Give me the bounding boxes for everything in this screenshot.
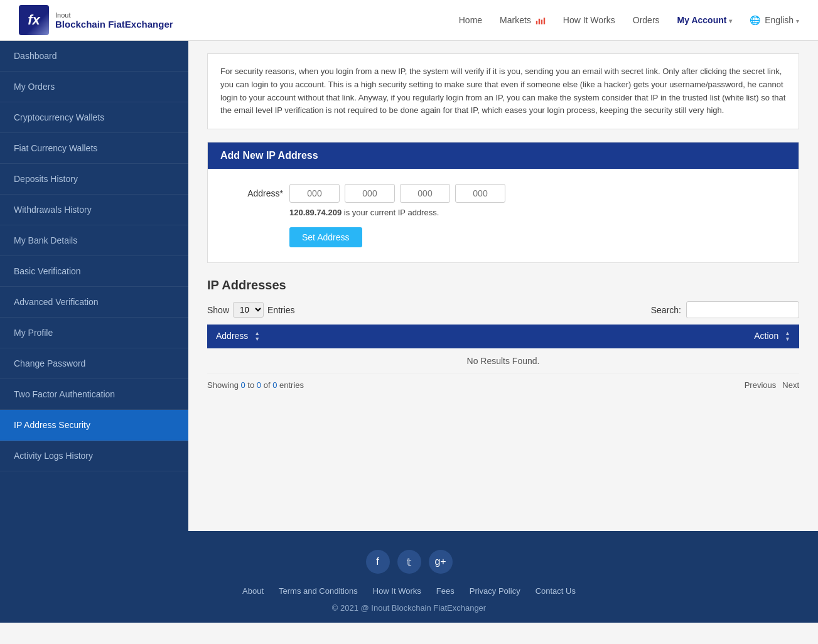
twitter-button[interactable]: 𝕥 — [397, 550, 421, 574]
logo-area: fx Inout Blockchain FiatExchanger — [19, 5, 173, 35]
sidebar-item-basic-verification[interactable]: Basic Verification — [0, 256, 188, 287]
showing-entries-text: Showing 0 to 0 of 0 entries — [207, 380, 304, 390]
sidebar-item-advanced-verification[interactable]: Advanced Verification — [0, 287, 188, 318]
ip-octet-3[interactable] — [400, 184, 450, 203]
show-entries: Show 10 25 50 Entries — [207, 302, 295, 318]
search-box: Search: — [651, 301, 799, 318]
globe-icon: 🌐 — [750, 15, 760, 25]
nav-my-account[interactable]: My Account ▾ — [677, 15, 733, 25]
table-empty-row: No Results Found. — [207, 348, 799, 374]
address-label: Address* — [220, 188, 283, 198]
logo-icon: fx — [19, 5, 49, 35]
sidebar-item-deposits[interactable]: Deposits History — [0, 164, 188, 195]
add-ip-card: Add New IP Address Address* 120.89.74.20… — [207, 142, 799, 263]
ip-octet-1[interactable] — [289, 184, 340, 203]
main-content: For security reasons, when you login fro… — [188, 41, 818, 531]
footer-link-contact[interactable]: Contact Us — [535, 586, 576, 596]
logo-bottom: Blockchain FiatExchanger — [55, 19, 173, 30]
footer-social: f 𝕥 g+ — [13, 550, 805, 574]
ip-table-section: IP Addresses Show 10 25 50 Entries Searc… — [207, 278, 799, 390]
language-arrow: ▾ — [796, 18, 799, 24]
sidebar-item-dashboard[interactable]: Dashboard — [0, 41, 188, 72]
ip-address-row: Address* — [220, 184, 786, 203]
logo-top: Inout — [55, 11, 173, 19]
sidebar-item-my-profile[interactable]: My Profile — [0, 318, 188, 348]
footer-link-privacy[interactable]: Privacy Policy — [470, 586, 520, 596]
sidebar-item-fiat-wallets[interactable]: Fiat Currency Wallets — [0, 133, 188, 164]
footer-link-fees[interactable]: Fees — [436, 586, 455, 596]
sidebar-item-ip-security[interactable]: IP Address Security — [0, 410, 188, 441]
footer-link-about[interactable]: About — [242, 586, 264, 596]
footer-link-terms[interactable]: Terms and Conditions — [279, 586, 358, 596]
ip-inputs — [289, 184, 505, 203]
set-address-button[interactable]: Set Address — [289, 227, 362, 247]
ip-table-title: IP Addresses — [207, 278, 799, 292]
address-sort-icon[interactable]: ▲ ▼ — [254, 331, 260, 342]
sidebar-item-two-factor[interactable]: Two Factor Authentication — [0, 379, 188, 410]
sidebar-item-activity-logs[interactable]: Activity Logs History — [0, 441, 188, 471]
header: fx Inout Blockchain FiatExchanger Home M… — [0, 0, 818, 41]
sidebar: Dashboard My Orders Cryptocurrency Walle… — [0, 41, 188, 531]
current-ip-hint: 120.89.74.209 is your current IP address… — [289, 208, 786, 217]
no-results-text: No Results Found. — [207, 348, 799, 374]
logo-text: Inout Blockchain FiatExchanger — [55, 11, 173, 30]
sidebar-item-bank-details[interactable]: My Bank Details — [0, 225, 188, 256]
page-body: Dashboard My Orders Cryptocurrency Walle… — [0, 41, 818, 531]
table-controls: Show 10 25 50 Entries Search: — [207, 301, 799, 318]
ip-security-description: For security reasons, when you login fro… — [207, 53, 799, 129]
col-address: Address ▲ ▼ — [207, 325, 523, 348]
facebook-button[interactable]: f — [366, 550, 390, 574]
footer: f 𝕥 g+ About Terms and Conditions How It… — [0, 531, 818, 623]
pagination: Previous Next — [745, 380, 799, 390]
google-plus-button[interactable]: g+ — [429, 550, 453, 574]
sidebar-item-change-password[interactable]: Change Password — [0, 348, 188, 379]
svg-rect-1 — [539, 19, 540, 24]
svg-rect-3 — [544, 18, 545, 24]
sidebar-item-withdrawals[interactable]: Withdrawals History — [0, 195, 188, 225]
pagination-previous[interactable]: Previous — [745, 380, 777, 390]
nav-orders[interactable]: Orders — [633, 15, 660, 25]
my-account-arrow: ▾ — [729, 18, 732, 24]
footer-links: About Terms and Conditions How It Works … — [13, 586, 805, 596]
nav-language[interactable]: 🌐 English ▾ — [750, 15, 799, 25]
table-header-row: Address ▲ ▼ Action ▲ ▼ — [207, 325, 799, 348]
sidebar-item-crypto-wallets[interactable]: Cryptocurrency Wallets — [0, 102, 188, 133]
main-nav: Home Markets How It Works Orders My Acco… — [459, 15, 799, 25]
svg-rect-2 — [541, 20, 542, 24]
footer-copyright: © 2021 @ Inout Blockchain FiatExchanger — [13, 603, 805, 613]
table-search-input[interactable] — [686, 301, 799, 318]
markets-chart-icon — [535, 16, 546, 25]
nav-markets[interactable]: Markets — [500, 15, 546, 25]
table-footer: Showing 0 to 0 of 0 entries Previous Nex… — [207, 380, 799, 390]
nav-home[interactable]: Home — [459, 15, 482, 25]
ip-octet-2[interactable] — [345, 184, 395, 203]
sidebar-item-my-orders[interactable]: My Orders — [0, 72, 188, 102]
svg-rect-0 — [536, 21, 537, 24]
entries-select[interactable]: 10 25 50 — [233, 302, 264, 318]
pagination-next[interactable]: Next — [782, 380, 799, 390]
col-action: Action ▲ ▼ — [523, 325, 799, 348]
add-ip-card-header: Add New IP Address — [208, 142, 799, 169]
footer-link-how-it-works[interactable]: How It Works — [373, 586, 421, 596]
add-ip-card-body: Address* 120.89.74.209 is your current I… — [208, 169, 799, 262]
action-sort-icon[interactable]: ▲ ▼ — [785, 331, 790, 342]
ip-octet-4[interactable] — [455, 184, 505, 203]
ip-table: Address ▲ ▼ Action ▲ ▼ — [207, 325, 799, 374]
nav-how-it-works[interactable]: How It Works — [563, 15, 615, 25]
